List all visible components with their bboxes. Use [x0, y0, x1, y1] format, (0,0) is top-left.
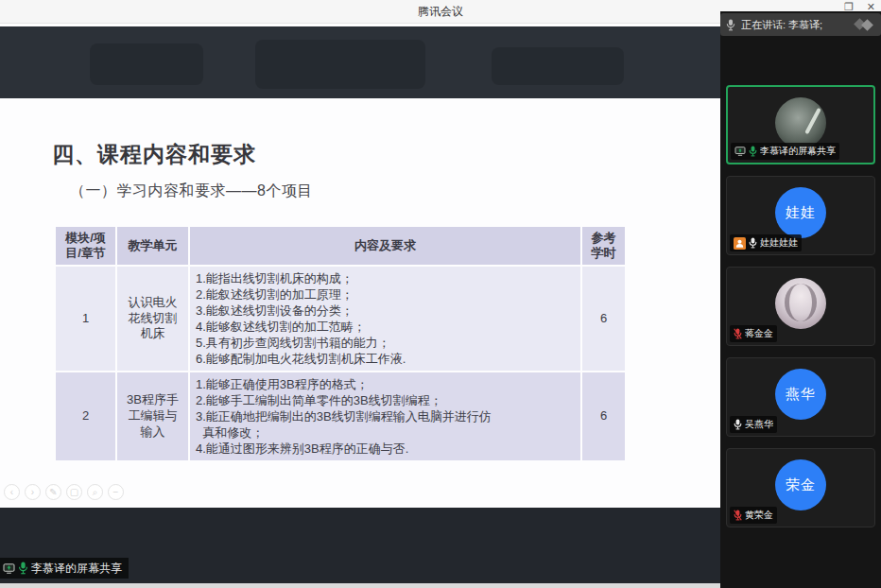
layout-switch-icon[interactable] — [854, 19, 876, 30]
mic-on-icon — [749, 146, 757, 157]
mic-muted-icon — [734, 510, 742, 521]
bottom-light-strip — [0, 583, 720, 588]
col-header-hours: 参考学时 — [582, 227, 625, 265]
cell-unit: 3B程序手工编辑与输入 — [117, 372, 188, 460]
cell-hours: 6 — [582, 267, 625, 371]
shared-screen-region: 四、课程内容和要求 （一）学习内容和要求——8个项目 模块/项目/章节 教学单元… — [0, 24, 720, 588]
close-icon[interactable]: ✕ — [867, 1, 875, 12]
cell-hours: 6 — [582, 372, 625, 460]
participant-tile[interactable]: 李慕译的屏幕共享 — [726, 85, 875, 164]
mic-on-icon — [734, 419, 742, 430]
mic-muted-icon — [734, 328, 742, 339]
col-header-content: 内容及要求 — [190, 227, 580, 265]
presentation-slide: 四、课程内容和要求 （一）学习内容和要求——8个项目 模块/项目/章节 教学单元… — [0, 98, 720, 508]
avatar: 燕华 — [775, 369, 826, 420]
zoom-out-icon[interactable]: − — [108, 484, 124, 500]
participant-label: 娃娃娃娃 — [730, 234, 802, 251]
shape-icon[interactable]: ▢ — [66, 484, 82, 500]
cell-unit: 认识电火花线切割机床 — [117, 267, 188, 371]
next-slide-icon[interactable]: › — [25, 484, 41, 500]
participant-name: 蒋金金 — [745, 327, 773, 340]
cell-module: 1 — [56, 267, 115, 371]
participant-name: 娃娃娃娃 — [760, 236, 798, 250]
toolbar-ghost-shape — [255, 40, 425, 89]
avatar — [775, 97, 826, 148]
participant-tile[interactable]: 荣金 黄荣金 — [726, 448, 875, 527]
col-header-module: 模块/项目/章节 — [56, 227, 115, 265]
prev-slide-icon[interactable]: ‹ — [4, 484, 20, 500]
table-header-row: 模块/项目/章节 教学单元 内容及要求 参考学时 — [56, 227, 625, 265]
mic-on-icon — [749, 237, 757, 249]
cell-content: 1.能指出线切割机床的构成；2.能叙述线切割的加工原理；3.能叙述线切割设备的分… — [190, 267, 580, 371]
course-table: 模块/项目/章节 教学单元 内容及要求 参考学时 1 认识电火花线切割机床 1.… — [54, 225, 627, 462]
participant-name: 黄荣金 — [745, 509, 773, 522]
screen-share-icon — [734, 147, 746, 156]
member-badge-icon — [734, 237, 746, 250]
toolbar-ghost-shape — [90, 43, 203, 85]
avatar — [775, 278, 826, 329]
table-row: 1 认识电火花线切割机床 1.能指出线切割机床的构成；2.能叙述线切割的加工原理… — [56, 267, 625, 371]
col-header-unit: 教学单元 — [117, 227, 188, 265]
participant-label: 李慕译的屏幕共享 — [731, 143, 839, 160]
participant-name: 吴燕华 — [745, 418, 773, 431]
avatar: 荣金 — [775, 459, 826, 510]
participants-sidebar: 正在讲话: 李慕译; 李慕译的屏幕共享 娃娃 — [720, 11, 881, 588]
participant-label: 蒋金金 — [730, 325, 777, 342]
screen-share-banner: 李慕译的屏幕共享 — [0, 558, 129, 579]
participant-tile[interactable]: 燕华 吴燕华 — [726, 357, 875, 437]
avatar-initials: 荣金 — [786, 476, 816, 494]
zoom-in-icon[interactable]: ⌕ — [87, 484, 103, 500]
toolbar-ghost-shape — [492, 47, 624, 85]
table-row: 2 3B程序手工编辑与输入 1.能够正确使用3B程序的格式；2.能够手工编制出简… — [56, 372, 625, 460]
speaking-status-banner[interactable]: 正在讲话: 李慕译; — [720, 13, 881, 36]
pen-icon[interactable]: ✎ — [45, 484, 61, 500]
speaking-status-text: 正在讲话: 李慕译; — [741, 18, 822, 32]
slide-subtitle: （一）学习内容和要求——8个项目 — [70, 182, 313, 201]
screen-share-label: 李慕译的屏幕共享 — [31, 561, 122, 577]
avatar-initials: 燕华 — [786, 386, 816, 404]
slide-title: 四、课程内容和要求 — [52, 140, 256, 169]
participant-label: 吴燕华 — [730, 416, 777, 433]
mic-icon — [726, 19, 735, 31]
slide-controls: ‹ › ✎ ▢ ⌕ − — [4, 484, 124, 500]
restore-icon[interactable]: ❐ — [844, 1, 854, 12]
participant-name: 李慕译的屏幕共享 — [760, 145, 836, 158]
cell-content: 1.能够正确使用3B程序的格式；2.能够手工编制出简单零件的3B线切割编程；3.… — [190, 372, 580, 460]
screen-share-icon — [3, 563, 15, 574]
avatar-initials: 娃娃 — [786, 204, 816, 222]
cell-module: 2 — [56, 372, 115, 460]
window-controls: ❐ ✕ — [844, 1, 875, 12]
shared-app-toolbar — [0, 26, 720, 98]
participant-label: 黄荣金 — [730, 507, 777, 524]
avatar: 娃娃 — [775, 187, 826, 238]
participant-tile[interactable]: 蒋金金 — [726, 267, 875, 346]
participant-tile[interactable]: 娃娃 娃娃娃娃 — [726, 176, 875, 255]
mic-on-icon — [18, 562, 28, 575]
